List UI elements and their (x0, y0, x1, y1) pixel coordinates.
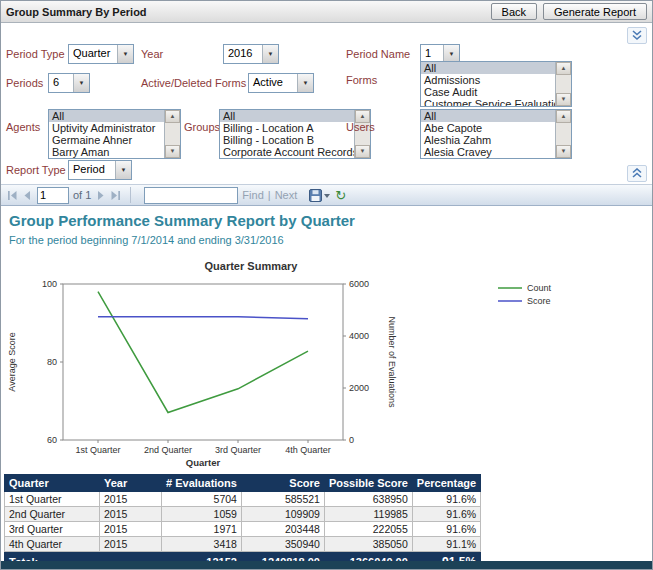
scrollbar[interactable]: ▲ ▼ (164, 110, 180, 158)
svg-text:1st Quarter: 1st Quarter (75, 445, 120, 455)
forms-listbox[interactable]: AllAdmissionsCase AuditCustomer Service … (420, 61, 572, 107)
forms-label: Forms (346, 74, 377, 86)
next-page-button[interactable] (95, 190, 106, 201)
groups-listbox[interactable]: AllBilling - Location ABilling - Locatio… (219, 109, 371, 159)
first-page-icon (7, 190, 18, 201)
listbox-item[interactable]: Germaine Ahner (49, 134, 165, 146)
scroll-down-icon[interactable]: ▼ (355, 145, 370, 158)
year-select[interactable]: 2016 ▼ (223, 44, 279, 64)
listbox-item[interactable]: Barry Aman (49, 146, 165, 158)
listbox-item[interactable]: Uptivity Administrator (49, 122, 165, 134)
next-link[interactable]: Next (275, 189, 298, 201)
current-page-input[interactable] (37, 187, 69, 204)
active-deleted-forms-value: Active (253, 76, 283, 88)
report-toolbar: of 1 Find | Next ↻ (1, 184, 652, 206)
find-link[interactable]: Find (242, 189, 263, 201)
groups-label: Groups (184, 121, 220, 133)
scrollbar[interactable]: ▲ ▼ (555, 110, 571, 158)
table-cell: 2015 (100, 537, 162, 552)
listbox-item[interactable]: Billing - Location A (220, 122, 355, 134)
column-header: Quarter (5, 475, 100, 492)
table-header-row: QuarterYear# EvaluationsScorePossible Sc… (5, 475, 481, 492)
dropdown-arrow-icon: ▼ (297, 74, 313, 92)
listbox-item[interactable]: Alesia Cravey (421, 146, 556, 158)
listbox-item[interactable]: Case Audit (421, 86, 556, 98)
double-chevron-down-icon (631, 30, 643, 41)
svg-text:Count: Count (527, 283, 552, 293)
svg-text:80: 80 (47, 357, 57, 367)
collapse-filters-button[interactable] (627, 27, 647, 44)
scroll-up-icon[interactable]: ▲ (165, 110, 180, 123)
back-button[interactable]: Back (491, 3, 537, 20)
listbox-item[interactable]: Aleshia Zahm (421, 134, 556, 146)
period-type-label: Period Type (6, 48, 65, 60)
column-header: Score (241, 475, 324, 492)
svg-text:3rd Quarter: 3rd Quarter (215, 445, 261, 455)
scrollbar[interactable]: ▲ ▼ (555, 62, 571, 106)
refresh-button[interactable]: ↻ (335, 189, 346, 202)
periods-select[interactable]: 6 ▼ (48, 73, 90, 93)
table-cell: 2015 (100, 507, 162, 522)
table-cell: 2nd Quarter (5, 507, 100, 522)
table-row: 4th Quarter2015341835094038505091.1% (5, 537, 481, 552)
svg-text:Average Score: Average Score (7, 332, 17, 391)
table-cell: 119985 (324, 507, 412, 522)
svg-text:2000: 2000 (349, 383, 369, 393)
listbox-item[interactable]: All (421, 110, 556, 122)
report-type-label: Report Type (6, 164, 66, 176)
table-cell: 91.6% (412, 492, 480, 507)
collapse-filter-panel-button[interactable] (627, 165, 647, 182)
export-button[interactable] (309, 189, 331, 202)
last-page-button[interactable] (110, 190, 121, 201)
listbox-item[interactable]: All (421, 62, 556, 74)
previous-page-icon (22, 190, 33, 201)
users-label: Users (346, 121, 375, 133)
active-deleted-forms-select[interactable]: Active ▼ (248, 73, 314, 93)
listbox-item[interactable]: Corporate Account Records (220, 146, 355, 158)
periods-label: Periods (6, 77, 43, 89)
generate-report-button[interactable]: Generate Report (543, 3, 647, 20)
table-cell: 2015 (100, 492, 162, 507)
find-text-input[interactable] (144, 187, 238, 204)
listbox-item[interactable]: Abe Capote (421, 122, 556, 134)
column-header: # Evaluations (162, 475, 242, 492)
table-row: 1st Quarter2015570458552163895091.6% (5, 492, 481, 507)
last-page-icon (110, 190, 121, 201)
period-name-value: 1 (425, 47, 431, 59)
first-page-button[interactable] (7, 190, 18, 201)
scroll-down-icon[interactable]: ▼ (556, 145, 571, 158)
scroll-up-icon[interactable]: ▲ (556, 62, 571, 75)
report-type-select[interactable]: Period ▼ (68, 160, 132, 180)
listbox-item[interactable]: All (220, 110, 355, 122)
column-header: Year (100, 475, 162, 492)
refresh-icon: ↻ (335, 189, 346, 202)
previous-page-button[interactable] (22, 190, 33, 201)
year-label: Year (141, 48, 163, 60)
scrollbar[interactable]: ▲ ▼ (354, 110, 370, 158)
scroll-up-icon[interactable]: ▲ (556, 110, 571, 123)
scroll-down-icon[interactable]: ▼ (165, 145, 180, 158)
titlebar-buttons: Back Generate Report (491, 3, 647, 20)
active-deleted-forms-label: Active/Deleted Forms (141, 77, 246, 89)
table-cell: 1971 (162, 522, 242, 537)
report-title: Group Performance Summary Report by Quar… (9, 212, 355, 229)
double-chevron-up-icon (631, 168, 643, 179)
listbox-item[interactable]: All (49, 110, 165, 122)
period-type-select[interactable]: Quarter ▼ (68, 44, 134, 64)
listbox-item[interactable]: Customer Service Evaluation (421, 98, 556, 106)
table-cell: 385050 (324, 537, 412, 552)
listbox-item[interactable]: Admissions (421, 74, 556, 86)
svg-text:6000: 6000 (349, 279, 369, 289)
bottom-bar (1, 561, 652, 569)
year-value: 2016 (228, 47, 252, 59)
agents-label: Agents (6, 121, 40, 133)
page-count-label: of 1 (73, 189, 91, 201)
table-cell: 109909 (241, 507, 324, 522)
svg-text:Number of Evaluations: Number of Evaluations (387, 316, 397, 408)
titlebar: Group Summary By Period Back Generate Re… (1, 1, 652, 23)
users-listbox[interactable]: AllAbe CapoteAleshia ZahmAlesia Cravey ▲… (420, 109, 572, 159)
agents-listbox[interactable]: AllUptivity AdministratorGermaine AhnerB… (48, 109, 181, 159)
svg-text:Score: Score (527, 296, 551, 306)
listbox-item[interactable]: Billing - Location B (220, 134, 355, 146)
scroll-down-icon[interactable]: ▼ (556, 93, 571, 106)
